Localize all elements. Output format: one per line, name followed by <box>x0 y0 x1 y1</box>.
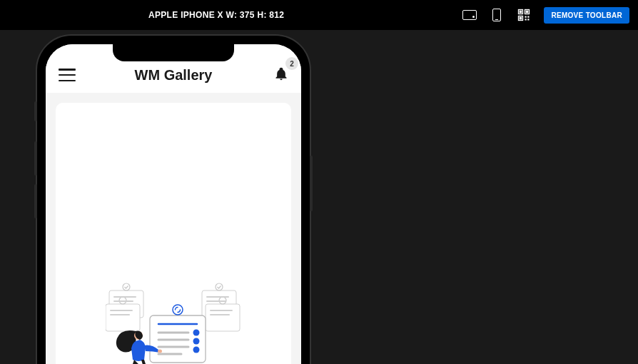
phone-volume-up <box>34 141 37 176</box>
svg-point-34 <box>193 338 200 344</box>
svg-point-37 <box>158 349 162 353</box>
notification-badge: 2 <box>285 57 298 70</box>
svg-point-35 <box>193 346 200 353</box>
phone-mute-switch <box>34 101 37 121</box>
phone-frame: WM Gallery 2 <box>37 36 310 364</box>
svg-rect-13 <box>206 304 240 331</box>
phone-volume-down <box>34 184 37 218</box>
landscape-toggle[interactable] <box>462 9 477 21</box>
phone-power-button <box>310 156 313 211</box>
svg-rect-9 <box>528 19 530 20</box>
menu-button[interactable] <box>59 69 76 81</box>
toolbar-right: REMOVE TOOLBAR <box>462 7 629 24</box>
qr-code-icon <box>517 9 530 21</box>
svg-rect-4 <box>527 11 528 12</box>
svg-rect-7 <box>528 16 530 18</box>
toolbar-left: APPLE IPHONE X W: 375 H: 812 <box>0 10 284 20</box>
dev-toolbar: APPLE IPHONE X W: 375 H: 812 REMOVE TOOL… <box>0 0 638 30</box>
svg-point-27 <box>173 305 183 315</box>
landscape-icon <box>462 10 477 20</box>
bell-icon <box>274 66 288 81</box>
app-title: WM Gallery <box>135 67 213 84</box>
svg-point-15 <box>216 283 223 290</box>
svg-point-14 <box>123 283 130 290</box>
remove-toolbar-button[interactable]: REMOVE TOOLBAR <box>544 7 629 24</box>
app-body: Enter <box>46 93 301 364</box>
portrait-icon <box>492 9 501 21</box>
hamburger-icon <box>59 69 76 71</box>
phone-screen: WM Gallery 2 <box>46 44 301 364</box>
main-card: Enter <box>56 103 291 364</box>
device-info-label: APPLE IPHONE X W: 375 H: 812 <box>148 10 284 20</box>
onboarding-illustration <box>70 160 277 364</box>
svg-rect-5 <box>520 17 522 19</box>
svg-rect-3 <box>520 11 522 12</box>
svg-rect-6 <box>525 16 527 18</box>
svg-rect-12 <box>106 304 140 331</box>
qr-code-button[interactable] <box>517 9 531 21</box>
svg-point-33 <box>193 329 200 335</box>
phone-notch <box>113 44 234 61</box>
notifications-button[interactable]: 2 <box>274 66 288 84</box>
portrait-toggle[interactable] <box>490 9 504 21</box>
svg-rect-8 <box>525 19 527 20</box>
